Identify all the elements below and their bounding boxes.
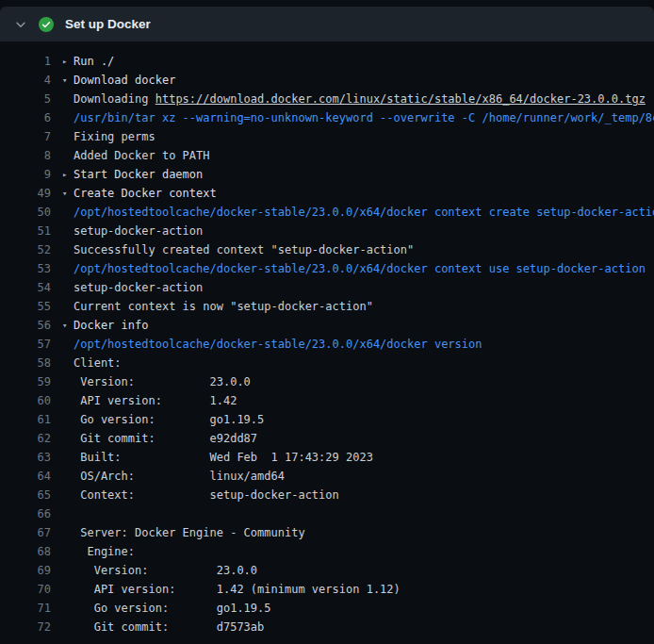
line-number[interactable]: 72 xyxy=(0,618,51,636)
line-number[interactable]: 63 xyxy=(0,448,51,467)
arrow-slot xyxy=(62,222,74,240)
log-text-prefix: Downloading xyxy=(74,92,155,106)
line-number[interactable]: 64 xyxy=(0,467,51,486)
line-number[interactable]: 6 xyxy=(0,108,51,127)
log-line[interactable]: 4▾Download docker xyxy=(0,71,654,90)
log-line: 62 Git commit: e92dd87 xyxy=(0,429,654,448)
arrow-slot xyxy=(62,90,74,108)
arrow-slot xyxy=(62,108,74,127)
line-number[interactable]: 5 xyxy=(0,90,51,108)
triangle-open-icon[interactable]: ▾ xyxy=(62,71,74,90)
line-number[interactable]: 62 xyxy=(0,429,51,448)
line-number[interactable]: 9 xyxy=(0,165,51,184)
log-line: 60 API version: 1.42 xyxy=(0,391,654,410)
line-number[interactable]: 57 xyxy=(0,335,51,354)
line-number[interactable]: 65 xyxy=(0,486,51,504)
log-text: Built: Wed Feb 1 17:43:29 2023 xyxy=(74,448,373,467)
line-number[interactable]: 49 xyxy=(0,184,51,203)
log-text: Context: setup-docker-action xyxy=(74,486,339,504)
log-text: Downloading https://download.docker.com/… xyxy=(74,90,646,108)
log-text: Engine: xyxy=(74,542,135,561)
line-number[interactable]: 66 xyxy=(0,504,51,523)
line-number[interactable]: 52 xyxy=(0,240,51,259)
arrow-slot xyxy=(62,542,74,561)
triangle-closed-icon[interactable]: ▸ xyxy=(62,52,74,71)
log-line: 66 xyxy=(0,504,654,523)
log-text: Run ./ xyxy=(74,52,114,71)
log-lines: 1▸Run ./4▾Download docker5Downloading ht… xyxy=(0,41,654,636)
arrow-slot xyxy=(62,429,74,448)
log-line: 8Added Docker to PATH xyxy=(0,146,654,165)
log-line: 65 Context: setup-docker-action xyxy=(0,486,654,504)
log-text: Git commit: e92dd87 xyxy=(74,429,257,448)
log-text: Go version: go1.19.5 xyxy=(74,599,271,618)
log-line: 63 Built: Wed Feb 1 17:43:29 2023 xyxy=(0,448,654,467)
log-text: Version: 23.0.0 xyxy=(74,372,251,391)
triangle-open-icon[interactable]: ▾ xyxy=(62,316,74,335)
log-text: /usr/bin/tar xz --warning=no-unknown-key… xyxy=(74,108,654,127)
line-number[interactable]: 8 xyxy=(0,146,51,165)
arrow-slot xyxy=(62,523,74,542)
log-line[interactable]: 1▸Run ./ xyxy=(0,52,654,71)
line-number[interactable]: 7 xyxy=(0,127,51,146)
arrow-slot xyxy=(62,580,74,599)
log-text: Added Docker to PATH xyxy=(74,146,210,165)
line-number[interactable]: 71 xyxy=(0,599,51,618)
log-line[interactable]: 49▾Create Docker context xyxy=(0,184,654,203)
log-text: Current context is now "setup-docker-act… xyxy=(74,297,373,316)
arrow-slot xyxy=(62,203,74,222)
log-line[interactable]: 9▸Start Docker daemon xyxy=(0,165,654,184)
line-number[interactable]: 59 xyxy=(0,372,51,391)
line-number[interactable]: 68 xyxy=(0,542,51,561)
log-text: Successfully created context "setup-dock… xyxy=(74,240,414,259)
log-line: 64 OS/Arch: linux/amd64 xyxy=(0,467,654,486)
line-number[interactable]: 56 xyxy=(0,316,51,335)
log-line: 67 Server: Docker Engine - Community xyxy=(0,523,654,542)
line-number[interactable]: 58 xyxy=(0,354,51,372)
line-number[interactable]: 1 xyxy=(0,52,51,71)
line-number[interactable]: 50 xyxy=(0,203,51,222)
log-line: 6/usr/bin/tar xz --warning=no-unknown-ke… xyxy=(0,108,654,127)
log-text: Create Docker context xyxy=(74,184,217,203)
success-check-icon xyxy=(39,17,54,32)
line-number[interactable]: 54 xyxy=(0,278,51,297)
line-number[interactable]: 53 xyxy=(0,259,51,278)
line-number[interactable]: 70 xyxy=(0,580,51,599)
log-text: Fixing perms xyxy=(74,127,155,146)
step-header[interactable]: Set up Docker xyxy=(0,7,654,41)
line-number[interactable]: 51 xyxy=(0,222,51,240)
arrow-slot xyxy=(62,354,74,372)
arrow-slot xyxy=(62,410,74,429)
log-text: /opt/hostedtoolcache/docker-stable/23.0.… xyxy=(74,203,654,222)
line-number[interactable]: 67 xyxy=(0,523,51,542)
log-text: Docker info xyxy=(74,316,148,335)
line-number[interactable]: 61 xyxy=(0,410,51,429)
log-line: 52Successfully created context "setup-do… xyxy=(0,240,654,259)
log-text: Git commit: d7573ab xyxy=(74,618,264,636)
triangle-open-icon[interactable]: ▾ xyxy=(62,184,74,203)
log-line: 58Client: xyxy=(0,354,654,372)
triangle-closed-icon[interactable]: ▸ xyxy=(62,165,74,184)
arrow-slot xyxy=(62,335,74,354)
arrow-slot xyxy=(62,467,74,486)
line-number[interactable]: 55 xyxy=(0,297,51,316)
log-text: /opt/hostedtoolcache/docker-stable/23.0.… xyxy=(74,335,482,354)
log-text: setup-docker-action xyxy=(74,278,203,297)
line-number[interactable]: 69 xyxy=(0,561,51,580)
log-line: 57/opt/hostedtoolcache/docker-stable/23.… xyxy=(0,335,654,354)
download-link[interactable]: https://download.docker.com/linux/static… xyxy=(155,92,646,106)
log-text: Version: 23.0.0 xyxy=(74,561,257,580)
arrow-slot xyxy=(62,146,74,165)
chevron-down-icon[interactable] xyxy=(14,18,27,31)
line-number[interactable]: 4 xyxy=(0,71,51,90)
arrow-slot xyxy=(62,372,74,391)
arrow-slot xyxy=(62,297,74,316)
log-line: 5Downloading https://download.docker.com… xyxy=(0,90,654,108)
log-text: OS/Arch: linux/amd64 xyxy=(74,467,285,486)
log-line: 55Current context is now "setup-docker-a… xyxy=(0,297,654,316)
log-line: 54setup-docker-action xyxy=(0,278,654,297)
arrow-slot xyxy=(62,278,74,297)
line-number[interactable]: 60 xyxy=(0,391,51,410)
log-line[interactable]: 56▾Docker info xyxy=(0,316,654,335)
arrow-slot xyxy=(62,259,74,278)
